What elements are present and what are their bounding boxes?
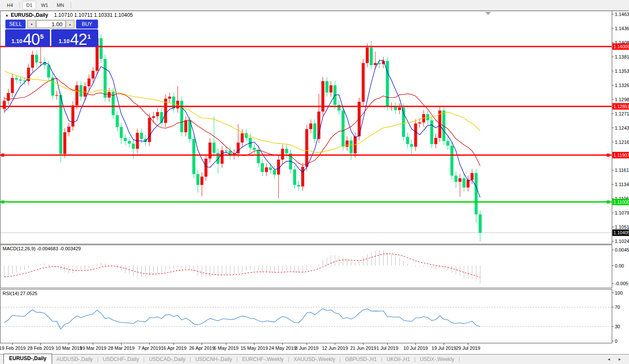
line-handle[interactable] (1, 154, 4, 157)
candle-body (301, 167, 304, 187)
candle-body (209, 143, 212, 159)
candle-body (470, 173, 473, 180)
candle-body (398, 107, 401, 110)
line-handle[interactable] (607, 154, 610, 157)
candle-body (152, 116, 155, 118)
candle-body (160, 112, 163, 123)
chart-canvas: 1.146351.143601.140851.138101.135351.132… (0, 0, 629, 353)
buy-button[interactable]: BUY (76, 19, 98, 29)
candle-body (475, 173, 478, 215)
candle-body (59, 95, 62, 154)
candle-body (349, 140, 352, 153)
line-handle[interactable] (1, 200, 4, 203)
candle-body (200, 177, 203, 185)
candle-body (418, 122, 421, 123)
svg-text:1.10405: 1.10405 (613, 230, 629, 235)
candle-body (269, 168, 272, 170)
sell-price-button[interactable]: 1.10 40 5 (5, 29, 50, 47)
date-axis-label: 7 Apr 2019 (138, 345, 161, 351)
candle-body (15, 78, 18, 80)
buy-price-prefix: 1.10 (59, 38, 69, 44)
date-axis-label: 15 May 2019 (241, 345, 268, 351)
candle-body (330, 85, 333, 93)
rsi-axis-label: 100 (615, 290, 623, 296)
date-axis-label: 26 Apr 2019 (189, 345, 215, 351)
date-axis-label: 10 Jul 2019 (403, 345, 428, 351)
candle-body (3, 101, 6, 109)
candle-body (305, 129, 308, 167)
candle-body (325, 81, 328, 92)
tab-usdx-weekly[interactable]: USDX-,Weekly (416, 355, 459, 363)
buy-price-big: 42 (70, 33, 87, 46)
candle-body (205, 159, 208, 177)
candle-body (479, 215, 482, 233)
candle-body (224, 150, 227, 151)
price-axis-label: 1.10240 (615, 239, 629, 244)
date-axis-label: 3 Jun 2019 (295, 345, 318, 351)
sell-button[interactable]: SELL (5, 19, 26, 29)
candle-body (67, 127, 70, 132)
tab-ukoil-h1[interactable]: UKOil-,H1 (383, 355, 414, 363)
candle-body (253, 148, 256, 150)
volume-field[interactable]: 1.00 (36, 20, 65, 28)
candle-body (148, 118, 151, 142)
candle-body (293, 169, 296, 185)
candle-body (406, 137, 409, 144)
macd-axis-label: 0.004532 (615, 247, 629, 252)
candle-body (434, 138, 437, 144)
candle-body (31, 55, 34, 68)
candle-body (463, 178, 466, 188)
candle-body (192, 139, 195, 174)
symbol-tabbar: EURUSD-,DailyAUDUSD-,Daily|USDCHF-,Daily… (0, 354, 629, 364)
timeframe-button-d1[interactable]: D1 (22, 1, 36, 9)
date-axis-label: 19 Feb 2019 (0, 345, 26, 351)
candle-body (430, 120, 433, 144)
candle-body (273, 170, 276, 174)
symbol-collapse-icon[interactable]: ▲ (5, 13, 9, 17)
candle-body (55, 95, 58, 96)
tab-eurusd-daily[interactable]: EURUSD-,Daily (3, 354, 52, 364)
candle-body (257, 150, 260, 163)
candle-body (450, 146, 453, 176)
toolbar-separator (71, 2, 71, 9)
price-axis-label: 1.10515 (615, 224, 629, 230)
price-axis-label: 1.13260 (615, 83, 629, 88)
tab-usdchf-daily[interactable]: USDCHF-,Daily (99, 355, 143, 363)
tab-separator: | (459, 356, 460, 362)
tab-scroll-arrows[interactable]: ◄ ► (607, 357, 629, 361)
price-badge: 1.12851 (613, 103, 629, 109)
candle-body (402, 107, 405, 137)
tab-gbpusd-h1[interactable]: GBPUSD-,H1 (341, 355, 381, 363)
candle-body (19, 80, 22, 81)
sell-price-prefix: 1.10 (12, 38, 22, 44)
candle-body (342, 111, 345, 147)
volume-increase-button[interactable]: ▲ (66, 20, 74, 28)
tab-audusd-daily[interactable]: AUDUSD-,Daily (52, 355, 97, 363)
line-handle[interactable] (607, 200, 610, 203)
timeframe-button-mn[interactable]: MN (53, 1, 68, 9)
timeframe-toolbar: H4D1W1MN (0, 0, 629, 11)
buy-price-button[interactable]: 1.10 42 1 (51, 29, 98, 47)
date-axis-label: 19 Mar 2019 (80, 345, 106, 351)
timeframe-button-h4[interactable]: H4 (3, 1, 17, 9)
candle-body (144, 139, 147, 142)
candle-body (410, 144, 413, 147)
sell-price-sup: 5 (40, 33, 44, 40)
timeframe-button-w1[interactable]: W1 (37, 1, 52, 9)
tab-usdcnh-daily[interactable]: USDCNH-,Daily (191, 355, 236, 363)
chart-panel-frame (0, 289, 612, 343)
candle-body (212, 143, 215, 153)
price-axis-label: 1.14360 (615, 26, 629, 31)
tab-eurchf-weekly[interactable]: EURCHF-,Weekly (238, 355, 288, 363)
candle-body (11, 78, 14, 93)
candle-body (297, 185, 300, 187)
candle-body (184, 120, 187, 132)
tab-xauusd-weekly[interactable]: XAUUSD-,Weekly (289, 355, 339, 363)
sell-price-big: 40 (23, 33, 40, 46)
rsi-axis-label: 70 (615, 305, 620, 310)
candle-body (455, 176, 458, 182)
tab-usdcad-daily[interactable]: USDCAD-,Daily (145, 355, 190, 363)
volume-decrease-button[interactable]: ▼ (28, 20, 36, 28)
candle-body (87, 78, 90, 86)
price-badge: 1.11000 (613, 199, 629, 205)
